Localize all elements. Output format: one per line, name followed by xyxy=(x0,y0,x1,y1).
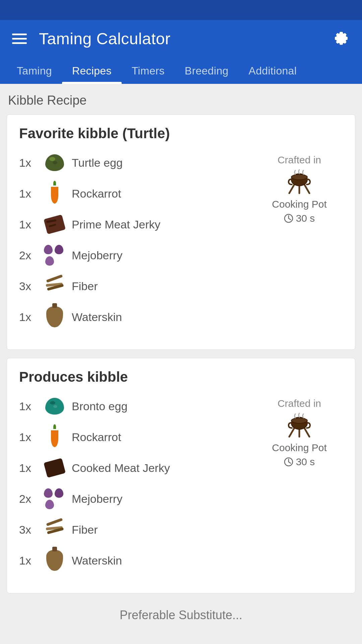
tab-additional[interactable]: Additional xyxy=(239,59,307,84)
ingredient-name: Waterskin xyxy=(72,554,122,567)
ingredient-row: 2x Mejoberry xyxy=(19,244,256,267)
ingredient-qty: 3x xyxy=(19,523,38,536)
ingredient-qty: 1x xyxy=(19,187,38,200)
crafted-in-time: 30 s xyxy=(284,456,315,468)
ingredient-name: Fiber xyxy=(72,280,98,293)
mejoberry-icon xyxy=(43,244,66,267)
crafted-in-label: Crafted in xyxy=(278,398,321,409)
ingredient-qty: 2x xyxy=(19,249,38,262)
svg-point-4 xyxy=(291,174,307,180)
crafted-in-1: Crafted in Cooking Pot xyxy=(256,394,343,468)
main-content: Kibble Recipe Favorite kibble (Turtle) 1… xyxy=(0,84,362,644)
fiber-icon xyxy=(43,274,66,298)
crafted-in-name: Cooking Pot xyxy=(272,199,326,210)
crafted-in-time: 30 s xyxy=(284,213,315,224)
ingredient-name: Rockarrot xyxy=(72,431,121,444)
bottom-hint: Preferable Substitute... xyxy=(7,601,355,629)
ingredient-name: Fiber xyxy=(72,523,98,536)
app-bar: Taming Calculator xyxy=(0,20,362,57)
ingredient-row: 1x Rockarrot xyxy=(19,182,256,205)
crafted-in-label: Crafted in xyxy=(278,154,321,166)
ingredient-name: Waterskin xyxy=(72,311,122,324)
ingredient-name: Cooked Meat Jerky xyxy=(72,462,170,475)
ingredients-list-1: 1x Bronto egg 1x Rockarrot xyxy=(19,394,256,580)
ingredient-row: 1x Rockarrot xyxy=(19,425,256,449)
ingredient-name: Bronto egg xyxy=(72,400,127,413)
ingredient-row: 1x Waterskin xyxy=(19,549,256,572)
ingredient-qty: 2x xyxy=(19,492,38,505)
svg-line-7 xyxy=(289,218,291,220)
ingredient-name: Turtle egg xyxy=(72,156,123,169)
ingredient-row: 1x Bronto egg xyxy=(19,394,256,418)
cooked-meat-jerky-icon xyxy=(43,456,66,480)
prime-meat-jerky-icon xyxy=(43,213,66,236)
crafted-in-time-text: 30 s xyxy=(296,213,315,224)
fiber-icon xyxy=(43,518,66,541)
status-bar xyxy=(0,0,362,20)
tab-recipes[interactable]: Recipes xyxy=(62,59,122,84)
settings-button[interactable] xyxy=(333,29,350,48)
svg-line-15 xyxy=(289,462,291,463)
ingredient-qty: 1x xyxy=(19,431,38,444)
recipe-card-0: Favorite kibble (Turtle) 1x Turtle egg 1… xyxy=(7,114,355,350)
waterskin-icon xyxy=(43,549,66,572)
section-title: Kibble Recipe xyxy=(7,93,355,108)
recipe-title-1: Produces kibble xyxy=(19,369,343,385)
waterskin-icon xyxy=(43,305,66,329)
ingredient-row: 2x Mejoberry xyxy=(19,487,256,511)
ingredient-qty: 1x xyxy=(19,400,38,413)
ingredient-qty: 1x xyxy=(19,554,38,567)
turtle-egg-icon xyxy=(43,151,66,174)
crafted-in-name: Cooking Pot xyxy=(272,442,326,453)
crafted-in-time-text: 30 s xyxy=(296,456,315,468)
tab-bar: Taming Recipes Timers Breeding Additiona… xyxy=(0,57,362,84)
ingredient-qty: 1x xyxy=(19,156,38,169)
hamburger-menu-button[interactable] xyxy=(12,34,27,44)
carrot-icon xyxy=(43,425,66,449)
mejoberry-icon xyxy=(43,487,66,511)
ingredient-row: 1x Prime Meat Jerky xyxy=(19,213,256,236)
cooking-pot-icon xyxy=(283,169,316,196)
bronto-egg-icon xyxy=(43,394,66,418)
ingredient-row: 1x Turtle egg xyxy=(19,151,256,174)
ingredient-name: Rockarrot xyxy=(72,187,121,200)
ingredient-qty: 3x xyxy=(19,280,38,293)
ingredient-name: Mejoberry xyxy=(72,492,122,505)
ingredient-name: Prime Meat Jerky xyxy=(72,218,161,231)
cooking-pot-icon xyxy=(283,413,316,439)
ingredient-row: 3x Fiber xyxy=(19,274,256,298)
ingredient-row: 3x Fiber xyxy=(19,518,256,541)
ingredient-name: Mejoberry xyxy=(72,249,122,262)
ingredient-qty: 1x xyxy=(19,218,38,231)
app-title: Taming Calculator xyxy=(39,30,171,48)
crafted-in-0: Crafted in xyxy=(256,151,343,224)
ingredient-row: 1x Waterskin xyxy=(19,305,256,329)
tab-timers[interactable]: Timers xyxy=(122,59,175,84)
ingredient-qty: 1x xyxy=(19,311,38,324)
recipe-title-0: Favorite kibble (Turtle) xyxy=(19,125,343,142)
recipe-card-1: Produces kibble 1x Bronto egg 1x xyxy=(7,358,355,593)
tab-breeding[interactable]: Breeding xyxy=(175,59,239,84)
tab-taming[interactable]: Taming xyxy=(7,59,62,84)
carrot-icon xyxy=(43,182,66,205)
svg-point-12 xyxy=(291,418,307,423)
ingredient-row: 1x Cooked Meat Jerky xyxy=(19,456,256,480)
ingredient-qty: 1x xyxy=(19,462,38,475)
ingredients-list-0: 1x Turtle egg 1x Rockarrot xyxy=(19,151,256,336)
